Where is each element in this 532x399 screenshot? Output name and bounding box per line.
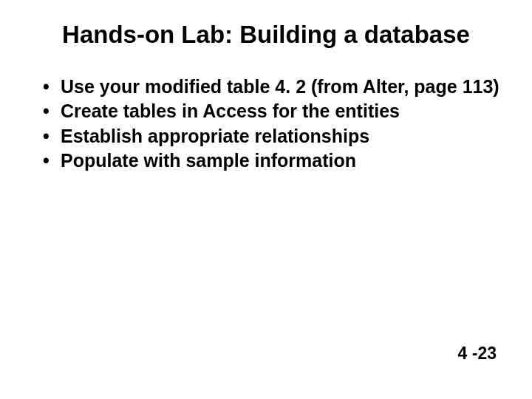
bullet-item: Establish appropriate relationships bbox=[37, 125, 502, 148]
page-number: 4 -23 bbox=[458, 344, 497, 364]
bullet-item: Create tables in Access for the entities bbox=[37, 100, 502, 123]
bullet-item: Populate with sample information bbox=[37, 149, 502, 172]
slide-title: Hands-on Lab: Building a database bbox=[30, 21, 502, 49]
bullet-list: Use your modified table 4. 2 (from Alter… bbox=[37, 75, 502, 172]
slide-container: Hands-on Lab: Building a database Use yo… bbox=[0, 0, 532, 399]
bullet-item: Use your modified table 4. 2 (from Alter… bbox=[37, 75, 502, 98]
slide-content: Use your modified table 4. 2 (from Alter… bbox=[30, 75, 502, 172]
